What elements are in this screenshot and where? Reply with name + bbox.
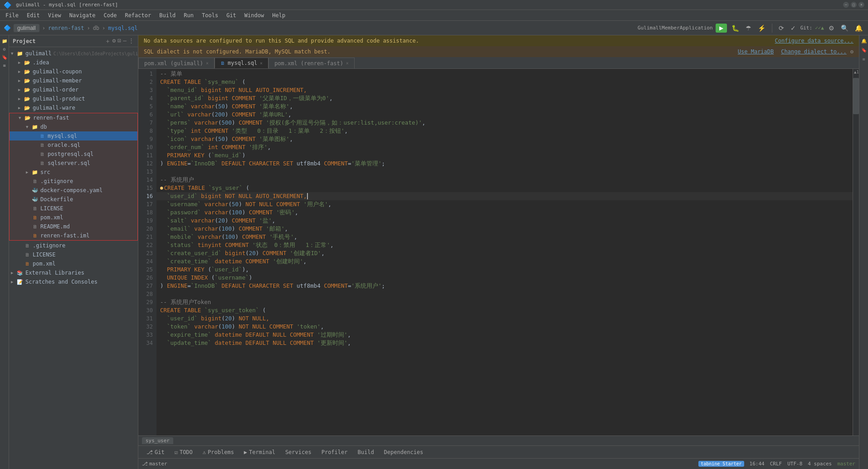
menu-navigate[interactable]: Navigate: [66, 11, 99, 20]
menu-tools[interactable]: Tools: [198, 11, 222, 20]
menu-window[interactable]: Window: [241, 11, 268, 20]
tree-product[interactable]: ▶ 📂 gulimall-product: [9, 94, 138, 103]
panel-close-icon[interactable]: —: [123, 37, 127, 45]
tree-iml[interactable]: 🗎 renren-fast.iml: [10, 231, 137, 240]
tab-mysql-sql-active[interactable]: 🗎 mysql.sql ×: [215, 58, 268, 68]
vcs-update[interactable]: ⟳: [777, 24, 786, 33]
tree-member[interactable]: ▶ 📂 gulimall-member: [9, 76, 138, 85]
tab-pom-renren[interactable]: pom.xml (renren-fast) ×: [268, 58, 355, 68]
tree-license[interactable]: 🗎 LICENSE: [10, 204, 137, 213]
menu-code[interactable]: Code: [100, 11, 121, 20]
tree-renren-fast[interactable]: ▼ 📂 renren-fast: [10, 113, 137, 122]
panel-gear-icon[interactable]: ⋮: [128, 37, 134, 45]
structure-icon[interactable]: ≡: [1, 62, 8, 69]
status-git[interactable]: ⎇ master: [142, 461, 167, 467]
panel-expand-icon[interactable]: ⊡: [117, 37, 121, 45]
tree-mysql-sql[interactable]: 🗎 mysql.sql: [10, 131, 137, 140]
debug-button[interactable]: 🐛: [730, 24, 741, 33]
project-icon[interactable]: 📁: [1, 37, 8, 44]
tab-renren-fast[interactable]: renren-fast: [48, 25, 84, 31]
menu-git[interactable]: Git: [223, 11, 240, 20]
menu-edit[interactable]: Edit: [23, 11, 44, 20]
mini-scrollbar[interactable]: [853, 78, 859, 114]
bottom-tab-dependencies[interactable]: Dependencies: [380, 448, 428, 457]
tree-order[interactable]: ▶ 📂 gulimall-order: [9, 85, 138, 94]
menu-view[interactable]: View: [44, 11, 65, 20]
bookmarks-right-icon[interactable]: 🔖: [860, 46, 868, 53]
tree-mysql-label: mysql.sql: [48, 133, 77, 139]
tree-idea[interactable]: ▶ 📂 .idea: [9, 58, 138, 67]
code-st-8a: `type`: [167, 127, 187, 135]
vcs-commit[interactable]: ✓: [789, 24, 798, 33]
commit-icon[interactable]: ⊙: [1, 45, 8, 53]
menu-run[interactable]: Run: [180, 11, 197, 20]
status-encoding[interactable]: UTF-8: [787, 461, 802, 467]
tree-readme[interactable]: 🗎 README.md: [10, 222, 137, 231]
tree-coupon[interactable]: ▶ 📂 gulimall-coupon: [9, 67, 138, 76]
tree-ware[interactable]: ▶ 📂 gulimall-ware: [9, 103, 138, 112]
panel-icons[interactable]: ＋ ⚙ ⊡ — ⋮: [105, 37, 134, 45]
bottom-tab-todo[interactable]: ☑ TODO: [170, 448, 197, 457]
tree-root-license[interactable]: 🗎 LICENSE: [9, 250, 138, 259]
tree-scratches[interactable]: ▶ 📝 Scratches and Consoles: [9, 277, 138, 286]
code-tp-6e: ,: [288, 111, 292, 119]
notif-change-dialect-link[interactable]: Change dialect to...: [781, 48, 847, 55]
ln-27: 27: [138, 282, 153, 290]
settings-button[interactable]: ⚙: [827, 24, 836, 33]
tree-src[interactable]: ▶ 📁 src: [10, 168, 137, 177]
tabnine-badge[interactable]: tabnine Starter: [698, 461, 744, 467]
tree-docker-compose[interactable]: 🐳 docker-compose.yaml: [10, 186, 137, 195]
bottom-tab-problems[interactable]: ⚠ Problems: [198, 448, 239, 457]
minimize-button[interactable]: —: [843, 2, 849, 8]
bottom-tab-terminal[interactable]: ▶ Terminal: [239, 448, 280, 457]
maximize-button[interactable]: □: [851, 2, 857, 8]
close-button[interactable]: ×: [858, 2, 864, 8]
structure-right-icon[interactable]: ≡: [860, 55, 868, 63]
menu-help[interactable]: Help: [268, 11, 289, 20]
bottom-tab-profiler[interactable]: Profiler: [317, 448, 352, 457]
bottom-tab-build[interactable]: Build: [353, 448, 378, 457]
panel-add-icon[interactable]: ＋: [105, 37, 111, 45]
menu-refactor[interactable]: Refactor: [121, 11, 155, 20]
run-button[interactable]: ▶: [716, 24, 727, 33]
notifications[interactable]: 🔔: [853, 24, 864, 33]
search-everywhere[interactable]: 🔍: [839, 24, 850, 33]
notifications-right-icon[interactable]: 🔔: [860, 37, 868, 44]
menu-file[interactable]: File: [2, 11, 22, 20]
tree-root-gitignore[interactable]: 🗎 .gitignore: [9, 241, 138, 250]
status-crlf[interactable]: CRLF: [770, 461, 782, 467]
tab-mysql-sql-close[interactable]: ×: [260, 61, 263, 66]
tree-dockerfile[interactable]: 🐳 Dockerfile: [10, 195, 137, 204]
tab-pom-gulimall[interactable]: pom.xml (gulimall) ×: [138, 58, 215, 68]
status-indent[interactable]: 4 spaces: [808, 461, 832, 467]
code-content[interactable]: -- 菜单 CREATE TABLE `sys_menu` ( `menu_id…: [156, 69, 853, 435]
tree-oracle-sql[interactable]: 🗎 oracle.sql: [10, 140, 137, 150]
code-tp-18a: [160, 208, 167, 217]
notif-mariadb-link[interactable]: Use MariaDB: [738, 48, 774, 55]
notif-link-1[interactable]: Configure data source...: [775, 38, 853, 44]
tab-pom-renren-close[interactable]: ×: [346, 61, 349, 66]
tab-db[interactable]: db: [93, 25, 99, 31]
tree-sqlserver-sql[interactable]: 🗎 sqlserver.sql: [10, 159, 137, 168]
tab-pom-gulimall-close[interactable]: ×: [206, 61, 209, 66]
tree-gitignore[interactable]: 🗎 .gitignore: [10, 177, 137, 186]
code-kw-17: varchar: [205, 200, 229, 208]
bottom-tab-services[interactable]: Services: [281, 448, 316, 457]
title-bar-controls[interactable]: — □ ×: [843, 2, 864, 8]
panel-settings-icon[interactable]: ⚙: [112, 37, 116, 45]
bookmark-icon[interactable]: 🔖: [1, 53, 8, 61]
project-selector[interactable]: gulimall: [14, 24, 39, 32]
bottom-tab-git[interactable]: ⎇ Git: [142, 448, 169, 457]
tree-db[interactable]: ▼ 📁 db: [10, 122, 137, 131]
tree-postgresql-sql[interactable]: 🗎 postgresql.sql: [10, 150, 137, 159]
tab-mysql-sql[interactable]: mysql.sql: [108, 25, 137, 31]
code-tp-16b: [198, 192, 201, 200]
menu-build[interactable]: Build: [156, 11, 179, 20]
tree-root-pom[interactable]: 🗎 pom.xml: [9, 259, 138, 268]
notif-close-icon[interactable]: ⚙: [850, 48, 853, 55]
profile-button[interactable]: ⚡: [756, 24, 767, 33]
tree-external-libs[interactable]: ▶ 📚 External Libraries: [9, 268, 138, 277]
tree-pom-xml[interactable]: 🗎 pom.xml: [10, 213, 137, 222]
tree-root[interactable]: ▼ 📁 gulimall C:\Users\Echo\IdeaProjects\…: [9, 49, 138, 58]
coverage-button[interactable]: ☂: [744, 24, 753, 33]
